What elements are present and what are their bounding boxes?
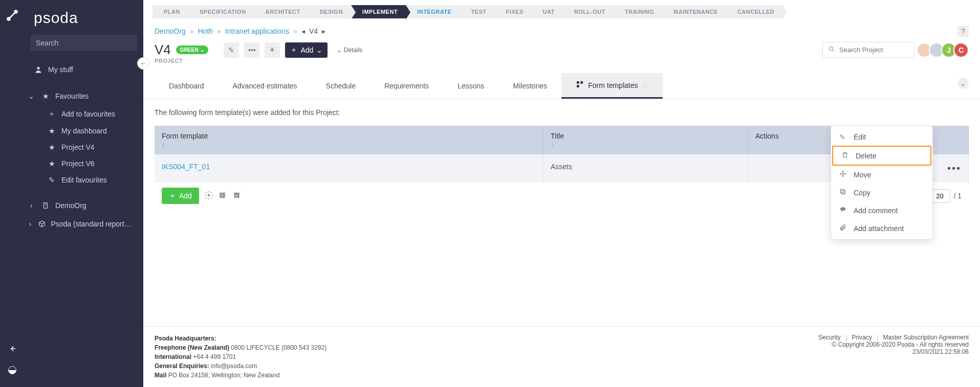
avatar[interactable]: C xyxy=(953,42,969,58)
building-icon xyxy=(41,202,50,209)
footer-link-msa[interactable]: Master Subscription Agreement xyxy=(883,334,969,341)
svg-point-2 xyxy=(15,11,17,13)
footer-timestamp: 23/03/2021 22:58:06 xyxy=(818,348,969,355)
breadcrumb-current: V4 xyxy=(309,27,318,35)
phase-test[interactable]: TEST xyxy=(460,5,494,18)
svg-text:X: X xyxy=(221,193,223,198)
edit-button[interactable]: ✎ xyxy=(224,42,239,58)
search-project[interactable] xyxy=(822,42,914,58)
tab-advanced-estimates[interactable]: Advanced estimates xyxy=(219,75,312,97)
phase-implement[interactable]: IMPLEMENT xyxy=(351,5,406,18)
svg-point-24 xyxy=(840,207,846,211)
tab-schedule[interactable]: Schedule xyxy=(312,75,370,97)
back-arrow-icon[interactable] xyxy=(8,344,17,355)
sidebar-search[interactable]: Search xyxy=(31,35,137,51)
sidebar-fav-mydashboard[interactable]: ★ My dashboard xyxy=(42,123,143,139)
phase-fixes[interactable]: FIXES xyxy=(495,5,532,18)
phase-integrate[interactable]: INTEGRATE xyxy=(406,5,460,18)
form-icon xyxy=(576,80,584,90)
phase-rollout[interactable]: ROLL-OUT xyxy=(563,5,614,18)
phase-specification[interactable]: SPECIFICATION xyxy=(188,5,254,18)
pencil-icon: ✎ xyxy=(839,133,847,141)
help-button[interactable]: ? xyxy=(957,26,969,37)
svg-rect-23 xyxy=(840,189,844,193)
paperclip-icon xyxy=(839,224,847,233)
menu-add-comment[interactable]: Add comment xyxy=(831,201,932,219)
export-excel-icon[interactable]: X xyxy=(219,191,228,201)
search-project-input[interactable] xyxy=(839,46,909,54)
menu-delete[interactable]: Delete xyxy=(832,146,931,166)
menu-move[interactable]: Move xyxy=(831,166,932,184)
phase-design[interactable]: DESIGN xyxy=(309,5,351,18)
sidebar-item-favourites[interactable]: ⌄ ★ Favourites xyxy=(25,87,143,105)
export-csv-icon[interactable]: sv xyxy=(233,191,242,201)
phase-maintenance[interactable]: MAINTENANCE xyxy=(662,5,726,18)
menu-edit[interactable]: ✎ Edit xyxy=(831,128,932,146)
plus-icon: ＋ xyxy=(47,109,56,119)
globe-icon[interactable] xyxy=(7,365,17,377)
tab-dashboard[interactable]: Dashboard xyxy=(155,75,219,97)
svg-rect-7 xyxy=(44,203,48,209)
phase-plan[interactable]: PLAN xyxy=(153,5,188,18)
form-template-table: Form template ↓ Title ↓ Actions IKS004_F… xyxy=(155,126,969,209)
menu-copy[interactable]: Copy xyxy=(831,184,932,201)
th-title[interactable]: Title ↓ xyxy=(543,126,748,154)
menu-add-attachment[interactable]: Add attachment xyxy=(831,219,932,237)
svg-point-1 xyxy=(8,18,10,20)
tab-requirements[interactable]: Requirements xyxy=(370,75,443,97)
breadcrumb-hoth[interactable]: Hoth xyxy=(198,27,213,35)
breadcrumb-demoorg[interactable]: DemoOrg xyxy=(155,27,186,35)
phase-uat[interactable]: UAT xyxy=(532,5,563,18)
tab-form-templates[interactable]: Form templates ☆ xyxy=(561,73,663,99)
td-form-template: IKS004_FT_01 xyxy=(155,154,543,183)
cube-icon xyxy=(38,220,46,227)
sidebar-fav-edit[interactable]: ✎ Edit favourites xyxy=(42,172,143,188)
more-button[interactable]: ••• xyxy=(244,42,259,58)
tab-milestones[interactable]: Milestones xyxy=(498,75,561,97)
star-outline-icon[interactable]: ☆ xyxy=(642,81,648,89)
pencil-icon: ✎ xyxy=(228,46,234,54)
search-placeholder: Search xyxy=(36,39,58,47)
tabs-expand-button[interactable]: ⌄ xyxy=(957,78,969,89)
chevron-right-icon: › xyxy=(27,201,36,210)
main-area: PLAN SPECIFICATION ARCHITECT DESIGN IMPL… xyxy=(143,0,980,387)
add-button[interactable]: ＋ Add ⌄ xyxy=(285,42,328,58)
details-toggle[interactable]: ⌄ Details xyxy=(337,47,362,54)
plus-icon: ＋ xyxy=(169,191,176,200)
sidebar-item-psoda-std[interactable]: › Psoda (standard reports and wor… xyxy=(25,215,143,233)
sidebar-item-demoorg[interactable]: › DemoOrg xyxy=(25,196,143,215)
notify-button[interactable] xyxy=(265,42,280,58)
breadcrumb: DemoOrg » Hoth » Intranet applications »… xyxy=(143,18,980,40)
gear-icon[interactable] xyxy=(204,191,213,201)
logo-icon xyxy=(6,9,18,23)
add-row-button[interactable]: ＋ Add xyxy=(162,188,199,204)
copy-icon xyxy=(839,188,847,197)
sidebar: psoda Search My stuff ⌄ ★ Favourites ＋ A… xyxy=(25,0,143,387)
sidebar-item-mystuff[interactable]: My stuff xyxy=(25,60,143,79)
breadcrumb-intranet[interactable]: Intranet applications xyxy=(225,27,289,35)
th-form-template[interactable]: Form template ↓ xyxy=(155,126,543,154)
brand-text: psoda xyxy=(25,9,143,32)
icon-rail xyxy=(0,0,25,387)
sidebar-collapse-button[interactable]: ← xyxy=(137,57,149,70)
form-template-link[interactable]: IKS004_FT_01 xyxy=(162,163,210,171)
footer-link-privacy[interactable]: Privacy xyxy=(852,334,872,341)
sidebar-fav-add[interactable]: ＋ Add to favourites xyxy=(42,105,143,123)
phase-training[interactable]: TRAINING xyxy=(614,5,662,18)
footer-link-security[interactable]: Security xyxy=(818,334,840,341)
sort-arrow-icon: ↓ xyxy=(162,141,536,148)
phase-cancelled[interactable]: CANCELLED xyxy=(726,5,782,18)
svg-rect-16 xyxy=(577,85,579,87)
move-icon xyxy=(839,170,847,179)
sidebar-fav-projectv4[interactable]: ★ Project V4 xyxy=(42,139,143,155)
phase-architect[interactable]: ARCHITECT xyxy=(254,5,309,18)
content: The following form template(s) were adde… xyxy=(143,99,980,326)
sidebar-fav-projectv6[interactable]: ★ Project V6 xyxy=(42,155,143,172)
star-icon: ★ xyxy=(41,92,50,100)
page-total: / 1 xyxy=(953,192,962,200)
svg-point-17 xyxy=(208,194,210,196)
tab-lessons[interactable]: Lessons xyxy=(443,75,498,97)
status-badge[interactable]: GREEN⌄ xyxy=(176,45,209,54)
title-row: V4 GREEN⌄ ✎ ••• ＋ Add ⌄ ⌄ Details J C xyxy=(143,40,980,58)
chevron-down-icon: ⌄ xyxy=(316,46,322,54)
